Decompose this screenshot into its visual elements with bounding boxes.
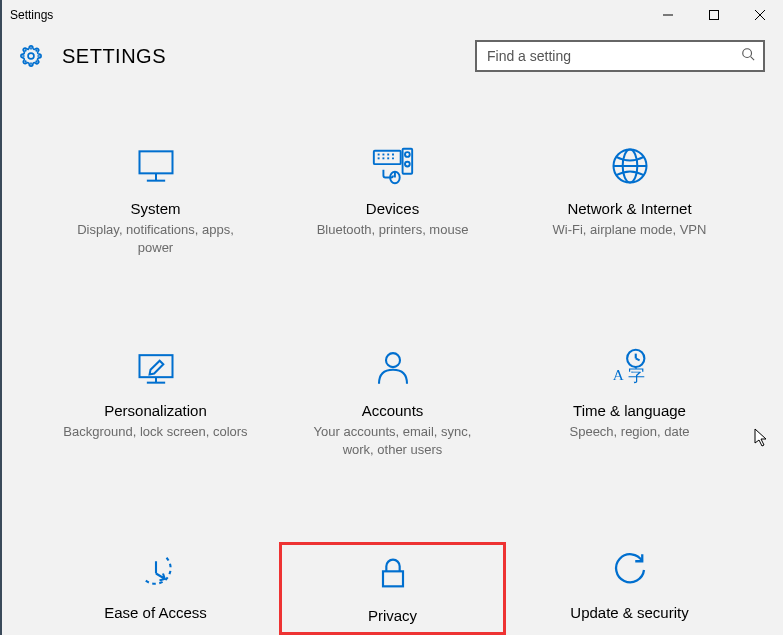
maximize-button[interactable] <box>691 0 737 30</box>
tile-devices[interactable]: Devices Bluetooth, printers, mouse <box>279 138 506 260</box>
ease-of-access-icon <box>48 546 263 594</box>
search-input[interactable] <box>487 48 741 64</box>
window-title: Settings <box>10 8 645 22</box>
tile-system[interactable]: System Display, notifications, apps, pow… <box>42 138 269 260</box>
window-controls <box>645 0 783 30</box>
tile-sub: Bluetooth, printers, mouse <box>285 221 500 239</box>
tile-privacy[interactable]: Privacy <box>279 542 506 635</box>
tile-sub: Background, lock screen, colors <box>48 423 263 441</box>
tile-title: Personalization <box>48 402 263 419</box>
svg-rect-7 <box>139 151 172 173</box>
lock-icon <box>288 549 497 597</box>
tile-title: Network & Internet <box>522 200 737 217</box>
svg-point-20 <box>404 152 409 157</box>
header: SETTINGS <box>2 30 783 88</box>
svg-point-4 <box>28 53 34 59</box>
display-icon <box>48 142 263 190</box>
svg-rect-27 <box>139 355 172 377</box>
tile-title: Devices <box>285 200 500 217</box>
tile-network[interactable]: Network & Internet Wi-Fi, airplane mode,… <box>516 138 743 260</box>
tile-sub: Display, notifications, apps, power <box>48 221 263 256</box>
svg-point-5 <box>743 49 752 58</box>
tile-title: Ease of Access <box>48 604 263 621</box>
close-button[interactable] <box>737 0 783 30</box>
tile-title: System <box>48 200 263 217</box>
time-language-icon: A 字 <box>522 344 737 392</box>
tile-sub: Wi-Fi, airplane mode, VPN <box>522 221 737 239</box>
tile-title: Time & language <box>522 402 737 419</box>
tile-sub: Speech, region, date <box>522 423 737 441</box>
minimize-button[interactable] <box>645 0 691 30</box>
tile-title: Update & security <box>522 604 737 621</box>
svg-rect-1 <box>710 11 719 20</box>
tile-sub: Your accounts, email, sync, work, other … <box>285 423 500 458</box>
tile-title: Accounts <box>285 402 500 419</box>
tile-title: Privacy <box>288 607 497 624</box>
svg-point-21 <box>404 162 409 167</box>
settings-grid: System Display, notifications, apps, pow… <box>2 88 783 635</box>
titlebar: Settings <box>2 0 783 30</box>
tile-personalization[interactable]: Personalization Background, lock screen,… <box>42 340 269 462</box>
globe-icon <box>522 142 737 190</box>
search-box[interactable] <box>475 40 765 72</box>
update-icon <box>522 546 737 594</box>
gear-icon <box>20 45 42 67</box>
svg-line-33 <box>635 359 639 361</box>
svg-point-30 <box>386 353 400 367</box>
search-icon <box>741 47 755 65</box>
personalization-icon <box>48 344 263 392</box>
person-icon <box>285 344 500 392</box>
tile-ease-of-access[interactable]: Ease of Access <box>42 542 269 635</box>
tile-time-language[interactable]: A 字 Time & language Speech, region, date <box>516 340 743 462</box>
svg-rect-36 <box>383 572 403 587</box>
page-title: SETTINGS <box>62 45 166 68</box>
tile-update-security[interactable]: Update & security <box>516 542 743 635</box>
devices-icon <box>285 142 500 190</box>
svg-text:A: A <box>612 366 623 383</box>
svg-line-6 <box>751 57 755 61</box>
tile-accounts[interactable]: Accounts Your accounts, email, sync, wor… <box>279 340 506 462</box>
svg-text:字: 字 <box>628 366 645 386</box>
